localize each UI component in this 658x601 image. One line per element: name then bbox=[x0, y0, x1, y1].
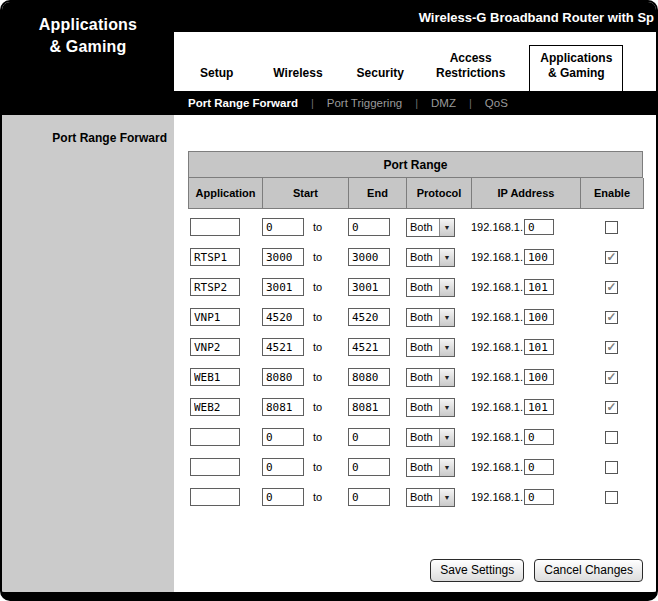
ip-last-octet-input[interactable] bbox=[524, 339, 554, 355]
enable-cell: ✓ bbox=[580, 311, 643, 324]
chevron-down-icon: ▼ bbox=[439, 309, 454, 326]
enable-checkbox[interactable]: ✓ bbox=[605, 431, 618, 444]
save-settings-button[interactable]: Save Settings bbox=[430, 559, 524, 582]
enable-checkbox[interactable]: ✓ bbox=[605, 461, 618, 474]
enable-cell: ✓ bbox=[580, 461, 643, 474]
start-port-cell: to bbox=[262, 398, 348, 416]
protocol-cell: Both ▼ bbox=[406, 488, 471, 507]
start-port-input[interactable] bbox=[262, 308, 304, 326]
start-port-input[interactable] bbox=[262, 368, 304, 386]
subnav-port-triggering[interactable]: Port Triggering bbox=[327, 97, 402, 109]
enable-checkbox[interactable]: ✓ bbox=[605, 221, 618, 234]
application-input[interactable] bbox=[190, 278, 240, 296]
to-label: to bbox=[313, 401, 322, 413]
ip-last-octet-input[interactable] bbox=[524, 459, 554, 475]
check-icon: ✓ bbox=[606, 281, 616, 293]
ip-last-octet-input[interactable] bbox=[524, 489, 554, 505]
subnav-qos[interactable]: QoS bbox=[485, 97, 508, 109]
tab-setup[interactable]: Setup bbox=[200, 66, 233, 91]
protocol-cell: Both ▼ bbox=[406, 338, 471, 357]
tab-access-restrictions[interactable]: Access Restrictions bbox=[436, 51, 505, 91]
application-input[interactable] bbox=[190, 248, 240, 266]
enable-checkbox[interactable]: ✓ bbox=[605, 251, 618, 264]
start-port-input[interactable] bbox=[262, 398, 304, 416]
protocol-value: Both bbox=[407, 249, 439, 266]
enable-checkbox[interactable]: ✓ bbox=[605, 491, 618, 504]
subnav-port-range-forward[interactable]: Port Range Forward bbox=[188, 97, 298, 109]
to-label: to bbox=[313, 311, 322, 323]
start-port-input[interactable] bbox=[262, 338, 304, 356]
ip-last-octet-input[interactable] bbox=[524, 429, 554, 445]
application-input[interactable] bbox=[190, 398, 240, 416]
ip-last-octet-input[interactable] bbox=[524, 369, 554, 385]
application-input[interactable] bbox=[190, 458, 240, 476]
protocol-select[interactable]: Both ▼ bbox=[406, 218, 455, 237]
enable-checkbox[interactable]: ✓ bbox=[605, 401, 618, 414]
protocol-cell: Both ▼ bbox=[406, 428, 471, 447]
end-port-input[interactable] bbox=[348, 428, 390, 446]
start-port-input[interactable] bbox=[262, 278, 304, 296]
protocol-select[interactable]: Both ▼ bbox=[406, 308, 455, 327]
end-port-input[interactable] bbox=[348, 368, 390, 386]
protocol-select[interactable]: Both ▼ bbox=[406, 368, 455, 387]
enable-checkbox[interactable]: ✓ bbox=[605, 341, 618, 354]
ip-last-octet-input[interactable] bbox=[524, 219, 554, 235]
start-port-input[interactable] bbox=[262, 428, 304, 446]
end-port-cell bbox=[348, 428, 406, 446]
end-port-input[interactable] bbox=[348, 248, 390, 266]
tab-bar: Setup Wireless Security Access Restricti… bbox=[174, 32, 656, 91]
end-port-input[interactable] bbox=[348, 488, 390, 506]
end-port-cell bbox=[348, 368, 406, 386]
ip-prefix-label: 192.168.1. bbox=[471, 371, 523, 383]
end-port-input[interactable] bbox=[348, 458, 390, 476]
protocol-select[interactable]: Both ▼ bbox=[406, 458, 455, 477]
start-port-input[interactable] bbox=[262, 248, 304, 266]
tab-applications-gaming[interactable]: Applications & Gaming bbox=[529, 45, 623, 91]
application-input[interactable] bbox=[190, 338, 240, 356]
application-input[interactable] bbox=[190, 488, 240, 506]
column-header-ip-address: IP Address bbox=[472, 178, 581, 209]
end-port-input[interactable] bbox=[348, 338, 390, 356]
enable-cell: ✓ bbox=[580, 371, 643, 384]
end-port-input[interactable] bbox=[348, 398, 390, 416]
start-port-cell: to bbox=[262, 278, 348, 296]
column-header-start: Start bbox=[263, 178, 349, 209]
subnav-dmz[interactable]: DMZ bbox=[431, 97, 456, 109]
start-port-input[interactable] bbox=[262, 458, 304, 476]
enable-checkbox[interactable]: ✓ bbox=[605, 371, 618, 384]
tab-security[interactable]: Security bbox=[357, 66, 404, 91]
table-row: to Both ▼ 192.168.1. ✓ bbox=[188, 212, 643, 242]
protocol-select[interactable]: Both ▼ bbox=[406, 488, 455, 507]
start-port-input[interactable] bbox=[262, 218, 304, 236]
end-port-input[interactable] bbox=[348, 218, 390, 236]
enable-cell: ✓ bbox=[580, 341, 643, 354]
application-cell bbox=[188, 488, 262, 506]
application-input[interactable] bbox=[190, 218, 240, 236]
protocol-select[interactable]: Both ▼ bbox=[406, 338, 455, 357]
header-right: Wireless-G Broadband Router with Sp Setu… bbox=[174, 2, 656, 115]
protocol-cell: Both ▼ bbox=[406, 218, 471, 237]
table-row: to Both ▼ 192.168.1. ✓ bbox=[188, 332, 643, 362]
end-port-input[interactable] bbox=[348, 308, 390, 326]
cancel-changes-button[interactable]: Cancel Changes bbox=[534, 559, 643, 582]
enable-checkbox[interactable]: ✓ bbox=[605, 311, 618, 324]
protocol-select[interactable]: Both ▼ bbox=[406, 278, 455, 297]
end-port-input[interactable] bbox=[348, 278, 390, 296]
protocol-select[interactable]: Both ▼ bbox=[406, 248, 455, 267]
ip-last-octet-input[interactable] bbox=[524, 309, 554, 325]
ip-last-octet-input[interactable] bbox=[524, 399, 554, 415]
start-port-input[interactable] bbox=[262, 488, 304, 506]
protocol-select[interactable]: Both ▼ bbox=[406, 398, 455, 417]
start-port-cell: to bbox=[262, 218, 348, 236]
tab-wireless[interactable]: Wireless bbox=[273, 66, 322, 91]
to-label: to bbox=[313, 341, 322, 353]
application-input[interactable] bbox=[190, 368, 240, 386]
application-input[interactable] bbox=[190, 428, 240, 446]
ip-last-octet-input[interactable] bbox=[524, 249, 554, 265]
ip-last-octet-input[interactable] bbox=[524, 279, 554, 295]
column-header-application: Application bbox=[189, 178, 263, 209]
to-label: to bbox=[313, 461, 322, 473]
application-input[interactable] bbox=[190, 308, 240, 326]
protocol-select[interactable]: Both ▼ bbox=[406, 428, 455, 447]
enable-checkbox[interactable]: ✓ bbox=[605, 281, 618, 294]
